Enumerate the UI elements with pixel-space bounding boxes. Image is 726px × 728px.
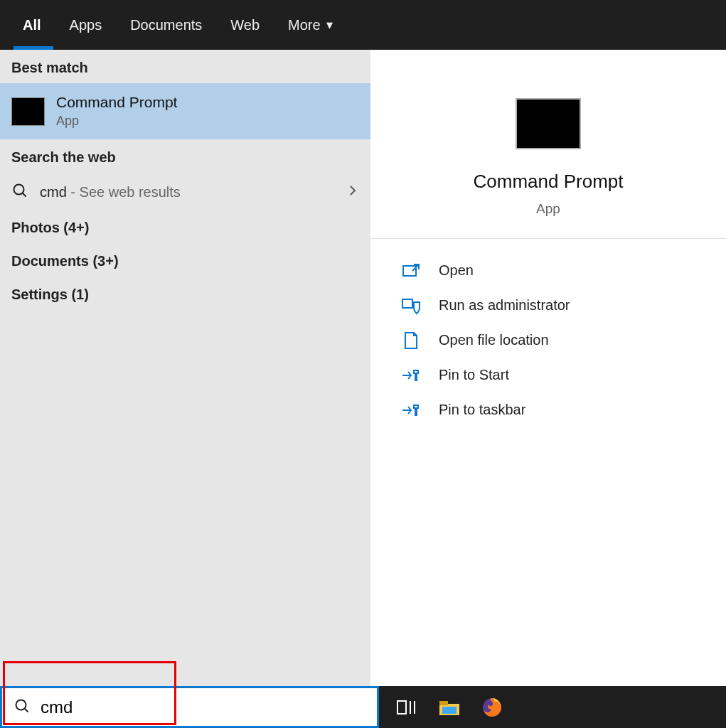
- svg-rect-9: [397, 701, 406, 714]
- svg-rect-14: [442, 707, 457, 714]
- web-result-query: cmd: [40, 184, 67, 200]
- result-command-prompt[interactable]: Command Prompt App: [0, 83, 370, 139]
- svg-point-0: [14, 185, 24, 195]
- search-icon: [11, 182, 28, 202]
- section-search-web: Search the web: [0, 139, 370, 173]
- taskbar-search[interactable]: [0, 686, 379, 728]
- file-explorer-icon[interactable]: [437, 695, 461, 719]
- svg-rect-2: [403, 266, 416, 276]
- action-pin-taskbar-label: Pin to taskbar: [439, 402, 525, 418]
- search-input[interactable]: [41, 697, 365, 717]
- svg-rect-13: [439, 701, 448, 705]
- task-view-icon[interactable]: [395, 695, 419, 719]
- preview-subtitle: App: [536, 201, 560, 217]
- svg-line-1: [23, 193, 26, 197]
- tab-documents[interactable]: Documents: [116, 0, 216, 50]
- svg-rect-4: [402, 299, 412, 308]
- action-pin-to-taskbar[interactable]: Pin to taskbar: [399, 392, 726, 427]
- action-pin-start-label: Pin to Start: [439, 367, 509, 383]
- folder-icon: [399, 331, 423, 350]
- cmd-icon: [11, 97, 45, 126]
- svg-point-7: [16, 700, 26, 710]
- search-filter-tabs: All Apps Documents Web More ▾: [0, 0, 726, 50]
- tab-more-label: More: [288, 0, 321, 50]
- preview-panel: Command Prompt App Open Run as administr: [370, 50, 726, 686]
- category-settings[interactable]: Settings (1): [0, 278, 370, 311]
- tab-more[interactable]: More ▾: [274, 0, 347, 50]
- svg-line-8: [25, 708, 28, 712]
- section-best-match: Best match: [0, 50, 370, 83]
- taskbar: [0, 686, 726, 728]
- action-open-file-location[interactable]: Open file location: [399, 323, 726, 358]
- action-open-loc-label: Open file location: [439, 332, 549, 348]
- result-title: Command Prompt: [56, 94, 177, 111]
- action-run-admin-label: Run as administrator: [439, 297, 570, 314]
- pin-taskbar-icon: [399, 402, 423, 418]
- result-subtitle: App: [56, 114, 177, 129]
- tab-web[interactable]: Web: [216, 0, 274, 50]
- firefox-icon[interactable]: [480, 695, 504, 719]
- action-run-as-admin[interactable]: Run as administrator: [399, 288, 726, 323]
- action-open-label: Open: [439, 262, 474, 279]
- preview-title: Command Prompt: [474, 171, 624, 193]
- chevron-right-icon: [346, 184, 359, 200]
- open-icon: [399, 263, 423, 279]
- action-open[interactable]: Open: [399, 253, 726, 288]
- web-result-hint: - See web results: [67, 184, 181, 200]
- category-documents[interactable]: Documents (3+): [0, 245, 370, 278]
- category-photos[interactable]: Photos (4+): [0, 211, 370, 245]
- tab-apps[interactable]: Apps: [55, 0, 117, 50]
- preview-cmd-icon: [516, 98, 581, 149]
- chevron-down-icon: ▾: [326, 0, 333, 50]
- tab-all[interactable]: All: [9, 0, 55, 50]
- web-result-cmd[interactable]: cmd - See web results: [0, 173, 370, 211]
- results-panel: Best match Command Prompt App Search the…: [0, 50, 370, 686]
- shield-icon: [399, 296, 423, 315]
- search-icon: [14, 697, 31, 717]
- action-pin-to-start[interactable]: Pin to Start: [399, 358, 726, 392]
- pin-start-icon: [399, 368, 423, 383]
